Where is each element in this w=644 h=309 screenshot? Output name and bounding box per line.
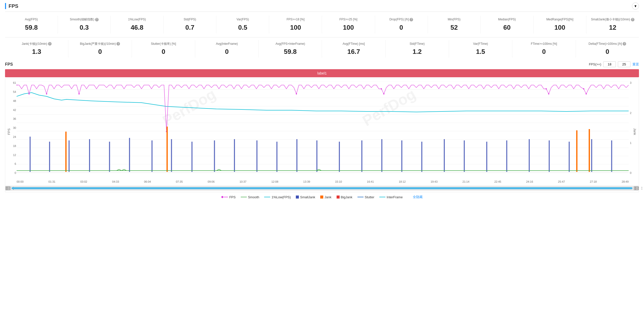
stat-value-avg-fps: 59.8 — [6, 24, 56, 31]
chart-header: FPS FPS(>=) 重置 — [5, 61, 639, 67]
stat-ftime100: FTime>=100ms [%]0 — [512, 40, 576, 58]
svg-rect-52 — [569, 142, 570, 172]
stat-median-fps: Median(FPS)60 — [481, 16, 534, 33]
stat-avg-interframe: Avg(InterFrame)0 — [195, 40, 259, 58]
help-icon-drop-fps[interactable]: ? — [410, 18, 413, 21]
stats-section-2: Jank(卡顿)(/10min) ?1.3BigJank(严重卡顿)(/10mi… — [5, 40, 639, 58]
fps-legend: FPS — [221, 195, 235, 199]
show-all-button[interactable]: 全隐藏 — [413, 195, 423, 199]
svg-rect-29 — [89, 139, 90, 172]
chart-section: FPS FPS(>=) 重置 label1 615448423630241812… — [5, 61, 639, 202]
stat-label-var-fps: Var(FPS) — [218, 18, 268, 22]
scrollbar-handle-left[interactable]: ⋮⋮⋮ — [5, 186, 10, 190]
stat-value-var-ftime: 1.5 — [450, 48, 511, 56]
stat-label-avg-interframe: Avg(InterFrame) — [196, 42, 257, 46]
svg-rect-33 — [171, 139, 172, 172]
stat-label-bigjank: BigJank(严重卡顿)(/10min) ? — [70, 42, 130, 46]
svg-rect-39 — [296, 139, 297, 172]
svg-rect-51 — [549, 140, 550, 172]
help-icon-smooth[interactable]: ? — [95, 18, 99, 21]
stat-label-min-fps: Min(FPS) — [429, 18, 479, 22]
stat-fps18: FPS>=18 [%]100 — [269, 16, 322, 33]
fps-threshold-25[interactable] — [618, 61, 630, 67]
svg-rect-49 — [506, 140, 507, 172]
interframe-legend: InterFrame — [379, 195, 403, 199]
chart-legend: FPSSmooth1%Low(FPS)SmallJankJankBigJankS… — [5, 192, 639, 202]
stat-label-std-fps: Std(FPS) — [165, 18, 215, 22]
svg-point-17 — [78, 93, 80, 95]
svg-rect-32 — [151, 140, 152, 172]
stat-label-low1-fps: 1%Low(FPS) — [112, 18, 162, 22]
stat-value-var-fps: 0.5 — [218, 24, 268, 31]
stat-smalljank: SmallJank(微小卡顿)(/10min) ?12 — [586, 16, 639, 33]
fps-threshold-label: FPS(>=) — [589, 62, 601, 66]
stat-label-drop-fps: Drop(FPS) [/h] ? — [376, 18, 426, 22]
stat-avg-ftime: Avg(FTime) [ms]16.7 — [322, 40, 385, 58]
stats-row-1: Avg(FPS)59.8Smooth(稳帧指数) ?0.31%Low(FPS)4… — [5, 16, 639, 33]
stat-value-avg-fps-interframe: 59.8 — [260, 48, 320, 56]
fps-threshold-18[interactable] — [603, 61, 616, 67]
stat-value-low1-fps: 46.8 — [112, 24, 162, 31]
x-tick: 13:39 — [303, 180, 310, 183]
reset-button[interactable]: 重置 — [632, 62, 639, 67]
svg-point-20 — [381, 88, 382, 90]
svg-rect-50 — [529, 139, 530, 172]
chart-inner: PerfDog PerfDog — [17, 81, 629, 174]
stat-label-delta-ftime: Delta(FTime)>100ms [/h] ? — [577, 42, 638, 46]
svg-rect-53 — [591, 139, 592, 172]
stat-value-drop-fps: 0 — [376, 24, 426, 31]
help-icon-smalljank[interactable]: ? — [631, 18, 634, 21]
stat-smooth: Smooth(稳帧指数) ?0.3 — [58, 16, 111, 33]
stat-label-avg-ftime: Avg(FTime) [ms] — [323, 42, 384, 46]
x-axis: 00:0001:3103:0204:3306:0407:3509:0610:37… — [17, 180, 629, 183]
legend-label-low1-legend: 1%Low(FPS) — [271, 195, 291, 199]
stat-value-median-fps: 60 — [482, 24, 532, 31]
legend-label-jank-legend: Jank — [325, 195, 331, 199]
scrollbar-track[interactable] — [12, 187, 632, 189]
stat-label-smooth: Smooth(稳帧指数) ? — [59, 18, 109, 22]
svg-rect-27 — [49, 142, 50, 172]
stat-label-jank: Jank(卡顿)(/10min) ? — [6, 42, 67, 46]
stat-value-fps25: 100 — [323, 24, 373, 31]
svg-rect-45 — [421, 142, 422, 172]
stat-stutter: Stutter(卡顿率) [%]0 — [132, 40, 195, 58]
svg-rect-47 — [464, 140, 465, 172]
svg-rect-43 — [381, 139, 382, 172]
stat-value-bigjank: 0 — [70, 48, 130, 56]
x-tick: 12:08 — [271, 180, 278, 183]
stat-value-avg-interframe: 0 — [196, 48, 257, 56]
help-icon-delta-ftime[interactable]: ? — [623, 42, 626, 46]
x-tick: 19:43 — [431, 180, 438, 183]
legend-label-stutter-legend: Stutter — [365, 195, 374, 199]
x-tick: 10:37 — [239, 180, 247, 183]
legend-label-fps-legend: FPS — [229, 195, 235, 199]
x-tick: 24:16 — [526, 180, 533, 183]
stat-drop-fps: Drop(FPS) [/h] ?0 — [375, 16, 428, 33]
svg-point-22 — [546, 88, 547, 90]
svg-rect-46 — [444, 139, 445, 172]
svg-rect-35 — [214, 140, 215, 172]
scrollbar-handle-right[interactable]: ⋮⋮⋮ — [634, 186, 639, 190]
stats-section-1: Avg(FPS)59.8Smooth(稳帧指数) ?0.31%Low(FPS)4… — [5, 16, 639, 33]
help-icon-jank[interactable]: ? — [48, 42, 52, 46]
help-icon-bigjank[interactable]: ? — [116, 42, 120, 46]
svg-rect-54 — [611, 140, 612, 172]
svg-point-14 — [17, 85, 17, 86]
stat-jank: Jank(卡顿)(/10min) ?1.3 — [5, 40, 68, 58]
x-tick: 01:31 — [49, 180, 56, 183]
svg-rect-40 — [316, 140, 317, 172]
stat-bigjank: BigJank(严重卡顿)(/10min) ?0 — [68, 40, 132, 58]
y-axis-fps-label: FPS — [7, 129, 11, 135]
smalljank-legend: SmallJank — [296, 195, 315, 199]
svg-rect-34 — [191, 142, 192, 172]
stat-value-medrange-fps: 100 — [535, 24, 585, 31]
chart-scrollbar[interactable]: ⋮⋮⋮ ⋮⋮⋮ — [5, 186, 639, 191]
x-tick: 00:00 — [17, 180, 24, 183]
fps-controls: FPS(>=) 重置 — [589, 61, 639, 67]
collapse-button[interactable]: ▼ — [632, 3, 639, 10]
stat-value-avg-ftime: 16.7 — [323, 48, 384, 56]
section-title: FPS — [5, 3, 18, 9]
stat-value-smooth: 0.3 — [59, 24, 109, 31]
svg-rect-31 — [129, 138, 130, 172]
y-axis-right: 3210 — [630, 81, 637, 174]
